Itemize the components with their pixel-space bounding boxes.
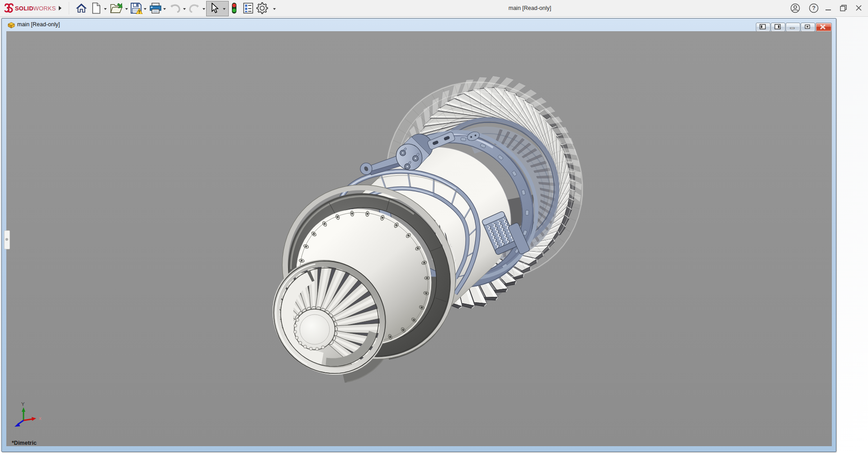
svg-text:SOLID: SOLID xyxy=(15,5,33,12)
svg-text:*Dimetric: *Dimetric xyxy=(12,440,37,446)
svg-text:WORKS: WORKS xyxy=(33,5,56,12)
svg-text:Y: Y xyxy=(21,401,25,407)
svg-text:x: x xyxy=(39,415,42,421)
svg-text:?: ? xyxy=(812,5,816,11)
